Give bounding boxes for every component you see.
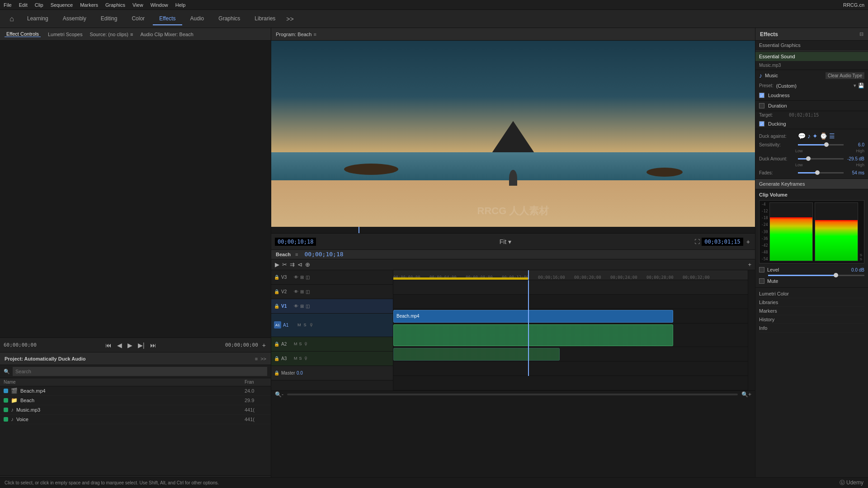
timeline-scroll-bar[interactable] [287,394,738,395]
nav-more[interactable]: >> [283,15,296,23]
project-menu-icon[interactable]: ≡ [255,356,258,361]
tab-lumetri-scopes[interactable]: Lumetri Scopes [46,32,84,37]
ripple-tool[interactable]: ⇉ [290,261,295,268]
essential-sound-item[interactable]: Essential Sound [755,52,868,61]
audio-main-clip[interactable] [393,324,673,346]
play-in-icon[interactable]: ⏮ [104,341,113,350]
select-tool[interactable]: ▶ [275,261,279,268]
info-link[interactable]: Info [759,324,864,333]
track-sync-v2[interactable]: ⊞ [300,289,304,294]
dialog-icon[interactable]: 💬 [798,132,806,140]
play-out-icon[interactable]: ⏭ [149,341,158,350]
custom-icon[interactable]: ☰ [829,132,835,140]
track-a1-area[interactable] [393,324,748,347]
track-lock-master[interactable]: 🔒 [274,371,279,375]
menu-file[interactable]: File [4,2,12,8]
preset-save-icon[interactable]: 💾 [858,83,864,89]
source-menu-icon[interactable]: ≡ [130,32,133,37]
track-s-a2[interactable]: S [299,342,302,346]
track-eye-v1[interactable]: 👁 [294,304,298,309]
level-checkbox[interactable] [759,267,764,272]
menu-view[interactable]: View [132,2,143,8]
menu-edit[interactable]: Edit [19,2,28,8]
track-source-v2[interactable]: ◫ [306,289,310,294]
track-m-a2[interactable]: M [294,342,297,346]
level-slider[interactable] [768,275,864,276]
list-item[interactable]: 📁 Beach 29.9 [0,396,271,405]
track-a1-button[interactable]: A1 [274,321,281,328]
ambience-icon[interactable]: ⌚ [820,132,827,140]
timeline-zoom-in-icon[interactable]: 🔍+ [741,391,751,398]
track-eye-v2[interactable]: 👁 [294,289,298,294]
track-a3-area[interactable] [393,361,748,376]
step-forward-icon[interactable]: ▶| [137,341,146,350]
search-input[interactable] [13,367,267,376]
lumetri-color-link[interactable]: Lumetri Color [759,290,864,298]
list-item[interactable]: 🎬 Beach.mp4 24.0 [0,386,271,396]
timeline-zoom-out-icon[interactable]: 🔍- [275,391,283,398]
libraries-link[interactable]: Libraries [759,298,864,307]
program-menu-icon[interactable]: ≡ [313,32,316,37]
tab-editing[interactable]: Editing [94,13,124,25]
track-source-v3[interactable]: ◫ [306,275,310,280]
prog-add-btn[interactable]: + [745,237,751,246]
track-lock-v2[interactable]: 🔒 [274,289,279,294]
menu-graphics[interactable]: Graphics [105,2,125,8]
fullscreen-icon[interactable]: ⛶ [694,239,700,245]
level-thumb[interactable] [834,273,838,277]
track-lock-v1[interactable]: 🔒 [274,304,279,309]
track-lock-v3[interactable]: 🔒 [274,275,279,280]
audio-secondary-clip[interactable] [393,348,560,361]
razor-tool[interactable]: ✂ [282,261,287,268]
track-m-a1[interactable]: M [297,323,301,327]
home-button[interactable]: ⌂ [5,12,19,26]
sensitivity-thumb[interactable] [824,142,829,147]
track-s-a1[interactable]: S [304,323,307,327]
tab-learning[interactable]: Learning [21,13,55,25]
loudness-checkbox[interactable]: ✓ [759,93,764,98]
effects-expand-icon[interactable]: ⊟ [859,31,863,37]
essential-graphics-item[interactable]: Essential Graphics [755,41,868,50]
music-duck-icon[interactable]: ♪ [807,132,811,140]
play-button[interactable]: ▶ [126,341,134,350]
tab-graphics[interactable]: Graphics [212,13,246,25]
project-new-icon[interactable]: >> [260,356,266,361]
sfx-icon[interactable]: ✦ [812,132,818,140]
list-item[interactable]: ♪ Voice 441( [0,415,271,424]
tab-audio[interactable]: Audio [184,13,211,25]
track-lock-a2[interactable]: 🔒 [274,342,279,347]
tab-libraries[interactable]: Libraries [248,13,282,25]
tab-audio-clip-mixer[interactable]: Audio Clip Mixer: Beach [138,32,195,37]
mute-checkbox[interactable] [759,278,764,284]
timeline-scrollbar[interactable] [748,270,755,390]
track-v2-area[interactable] [393,295,748,309]
zoom-tool[interactable]: ⊕ [305,261,310,268]
track-eye-v3[interactable]: 👁 [294,275,298,280]
tab-assembly[interactable]: Assembly [57,13,93,25]
track-v1-area[interactable]: Beach.mp4 [393,309,748,324]
track-sync-v3[interactable]: ⊞ [300,275,304,280]
step-back-icon[interactable]: ◀ [116,341,123,350]
menu-sequence[interactable]: Sequence [51,2,73,8]
track-v3-area[interactable] [393,280,748,295]
track-select-tool[interactable]: ⊲ [297,261,302,268]
tab-effect-controls[interactable]: Effect Controls [5,31,41,37]
fades-slider[interactable] [798,172,844,174]
menu-markers[interactable]: Markers [80,2,98,8]
history-link[interactable]: History [759,315,864,324]
track-sync-v1[interactable]: ⊞ [300,304,304,309]
ducking-checkbox[interactable]: ✓ [759,121,764,127]
prog-fit-label[interactable]: Fit ▾ [498,237,513,246]
menu-window[interactable]: Window [151,2,168,8]
fades-thumb[interactable] [815,170,820,175]
track-source-v1[interactable]: ◫ [306,304,310,309]
track-a2-area[interactable] [393,347,748,361]
timeline-menu-icon[interactable]: ≡ [295,252,298,257]
duck-amount-thumb[interactable] [806,156,811,161]
duration-checkbox[interactable] [759,103,764,108]
track-m-a3[interactable]: M [294,356,297,361]
tab-effects[interactable]: Effects [153,13,182,25]
menu-help[interactable]: Help [175,2,186,8]
tab-color[interactable]: Color [125,13,151,25]
time-ruler[interactable]: 00;00;00;00 00;00;04;00 00;00;08;00 00;0… [393,270,748,280]
